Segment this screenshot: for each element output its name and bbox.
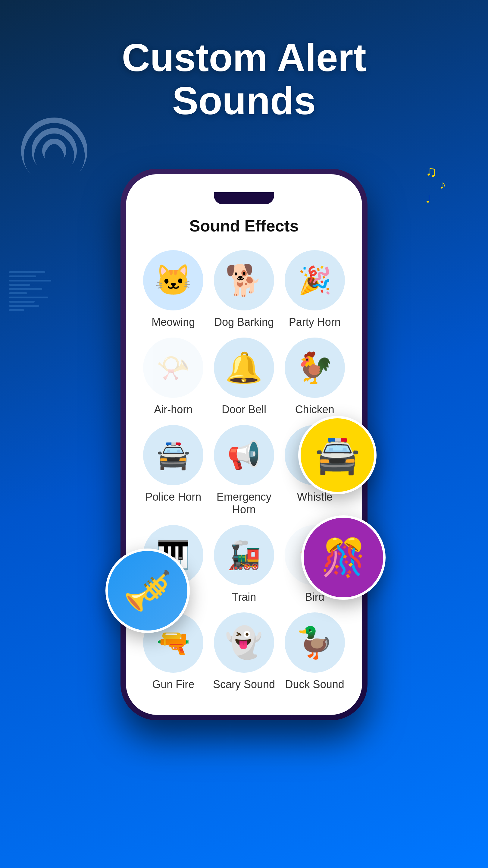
page-title: Custom Alert Sounds bbox=[0, 0, 488, 122]
sound-item-scary-sound[interactable]: 👻 Scary Sound bbox=[212, 613, 276, 691]
sound-item-meowing[interactable]: 🐱 Meowing bbox=[141, 250, 206, 329]
sound-item-door-bell[interactable]: 🔔 Door Bell bbox=[212, 338, 276, 416]
float-police-bubble: 🚔 bbox=[298, 416, 377, 494]
float-whistle-bubble: 🎺 bbox=[105, 549, 190, 633]
sound-item-dog-barking[interactable]: 🐕 Dog Barking bbox=[212, 250, 276, 329]
sound-item-police-horn[interactable]: 🚔 Police Horn bbox=[141, 425, 206, 516]
sound-item-duck-sound[interactable]: 🦆 Duck Sound bbox=[282, 613, 347, 691]
sound-item-emergency-horn[interactable]: 📢 Emergency Horn bbox=[212, 425, 276, 516]
sound-item-air-horn[interactable]: 📯 Air-horn bbox=[141, 338, 206, 416]
screen-title: Sound Effects bbox=[141, 216, 347, 235]
float-confetti-bubble: 🎊 bbox=[301, 516, 386, 600]
sound-item-train[interactable]: 🚂 Train bbox=[212, 525, 276, 603]
sound-item-chicken[interactable]: 🐓 Chicken bbox=[282, 338, 347, 416]
sound-item-party-horn[interactable]: 🎉 Party Horn bbox=[282, 250, 347, 329]
data-bars-decoration bbox=[9, 271, 51, 311]
phone-notch bbox=[214, 192, 274, 204]
phone-frame: Sound Effects 🐱 Meowing 🐕 Dog Barking 🎉 bbox=[121, 169, 367, 720]
